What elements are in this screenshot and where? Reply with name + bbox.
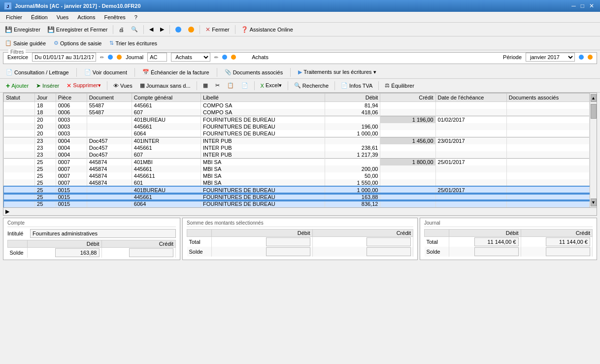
periode-circle2-icon[interactable] — [588, 55, 593, 60]
icon3-button[interactable]: 📋 — [224, 81, 237, 90]
table-row[interactable]: 18000655487445661COMPO SA81,94 — [4, 102, 590, 109]
table-row[interactable]: 250015401BUREAUFOURNITURES DE BUREAU1 00… — [4, 187, 590, 194]
circle-blue-button[interactable] — [172, 25, 184, 34]
voir-document-button[interactable]: 📄 Voir document — [81, 67, 130, 77]
scroll-up-button[interactable]: ▲ — [591, 94, 597, 102]
icon1-button[interactable]: ▦ — [200, 81, 211, 90]
table-row[interactable]: 250007445874601MBI SA1 550,00 — [4, 179, 590, 187]
menu-actions[interactable]: Actions — [73, 13, 99, 21]
grid-icon: ▦ — [140, 82, 145, 89]
table-row[interactable]: 230004Doc457401INTERINTER PUB1 456,0023/… — [4, 137, 590, 145]
solde-debit-input[interactable] — [55, 248, 100, 257]
exercice-circle1-icon[interactable] — [108, 55, 113, 60]
documents-associes-button[interactable]: 📎 Documents associés — [222, 67, 286, 77]
vues-button[interactable]: 👁 Vues — [110, 82, 135, 90]
table-row[interactable]: 2500074458744456611MBI SA50,00 — [4, 172, 590, 179]
exercice-edit-icon[interactable]: ✏ — [100, 55, 104, 60]
menu-fenetres[interactable]: Fenêtres — [100, 13, 129, 21]
trier-ecritures-button[interactable]: ⇅ Trier les écritures — [106, 38, 160, 48]
table-row[interactable]: 230004Doc457607INTER PUB1 217,39 — [4, 151, 590, 159]
somme-title: Somme des montants sélectionnés — [187, 220, 413, 227]
somme-solde-debit-input[interactable] — [266, 247, 310, 256]
icon2-button[interactable]: ✂ — [212, 81, 223, 90]
enregistrer-fermer-button[interactable]: 💾 Enregistrer et Fermer — [44, 25, 111, 34]
scrollbar-track[interactable]: ▲ ▼ — [590, 93, 597, 207]
somme-total-row: Total — [187, 237, 413, 247]
journal-solde-label: Solde — [425, 247, 449, 257]
table-row[interactable]: 200003445661FOURNITURES DE BUREAU196,00 — [4, 123, 590, 130]
journal-circle1-icon[interactable] — [222, 55, 227, 60]
somme-solde-row: Solde — [187, 247, 413, 257]
print-icon: 🖨 — [119, 27, 124, 33]
journal-input[interactable] — [147, 53, 167, 62]
periode-select[interactable]: janvier 2017 — [526, 53, 575, 62]
menu-vues[interactable]: Vues — [53, 13, 73, 21]
table-row[interactable]: 2000036064FOURNITURES DE BUREAU1 000,00 — [4, 130, 590, 137]
supprimer-button[interactable]: ✕ Supprimer▾ — [64, 81, 104, 90]
journal-total-debit-input[interactable] — [474, 237, 519, 246]
col-debit: Débit — [325, 94, 380, 102]
journal-total-credit-input[interactable] — [546, 237, 590, 246]
exercice-circle2-icon[interactable] — [117, 55, 122, 60]
journal-title: Journal — [424, 220, 593, 227]
table-row[interactable]: 230004Doc457445661INTER PUB238,61 — [4, 144, 590, 151]
docs-associes-icon: 📎 — [225, 69, 232, 75]
fermer-button[interactable]: ✕ Fermer — [202, 25, 232, 34]
journal-select[interactable]: Achats — [171, 53, 210, 62]
assistance-button[interactable]: ❓ Assistance Online — [238, 25, 296, 34]
compte-table: Débit Crédit Solde — [7, 240, 176, 258]
col-credit: Crédit — [380, 94, 435, 102]
traitements-button[interactable]: ▶ Traitements sur les écritures ▾ — [295, 67, 379, 77]
compte-solde-row: Solde — [8, 248, 176, 258]
maximize-button[interactable]: □ — [579, 2, 586, 9]
recherche-button[interactable]: 🔍 Recherche — [291, 81, 332, 90]
inserer-button[interactable]: ➤ Insérer — [33, 81, 62, 90]
back-button[interactable]: ◀ — [146, 25, 156, 34]
table-container[interactable]: Statut Jour Pièce Document Compte généra… — [3, 93, 590, 207]
excel-button[interactable]: X Excel▾ — [258, 81, 285, 90]
intitule-input[interactable] — [30, 229, 176, 238]
table-row[interactable]: 200003401BUREAUFOURNITURES DE BUREAU1 19… — [4, 116, 590, 124]
somme-total-credit-input[interactable] — [367, 237, 411, 246]
saisie-guidee-button[interactable]: 📋 Saisie guidée — [2, 38, 49, 48]
journal-circle2-icon[interactable] — [231, 55, 236, 60]
options-saisie-button[interactable]: ⚙ Options de saisie — [51, 38, 104, 48]
forward-button[interactable]: ▶ — [157, 25, 167, 34]
menu-edition[interactable]: Édition — [27, 13, 52, 21]
echeancier-button[interactable]: 📅 Échéancier de la facture — [139, 67, 212, 77]
exercice-input[interactable] — [32, 53, 96, 62]
equilibrer-button[interactable]: ⚖ Équilibrer — [382, 81, 417, 90]
table-row[interactable]: 250015445661FOURNITURES DE BUREAU163,88 — [4, 194, 590, 200]
circle-orange-button[interactable] — [185, 25, 197, 34]
icon4-button[interactable]: 📄 — [238, 81, 251, 90]
table-row[interactable]: 2500156064FOURNITURES DE BUREAU836,12 — [4, 200, 590, 207]
table-row[interactable]: 18000655487607COMPO SA418,06 — [4, 109, 590, 116]
infos-tva-button[interactable]: 📄 Infos TVA — [338, 81, 375, 90]
close-button[interactable]: ✕ — [587, 2, 596, 9]
vues-icon: 👁 — [113, 83, 119, 89]
journal-solde-debit-input[interactable] — [474, 247, 519, 256]
journal-solde-credit-input[interactable] — [546, 247, 590, 256]
scroll-thumb[interactable] — [591, 104, 597, 119]
enregistrer-button[interactable]: 💾 Enregistrer — [2, 25, 43, 34]
table-row[interactable]: 250007445874401MBIMBI SA1 800,0025/01/20… — [4, 159, 590, 166]
scroll-down-button[interactable]: ▼ — [591, 199, 597, 206]
consultation-lettrage-button[interactable]: 📄 Consultation / Lettrage — [3, 67, 72, 77]
journal-edit-icon[interactable]: ✏ — [214, 55, 218, 60]
save-icon: 💾 — [5, 26, 12, 33]
table-nav-left[interactable]: ▶ — [5, 208, 9, 215]
preview-button[interactable]: 🔍 — [128, 25, 141, 34]
ajouter-button[interactable]: + Ajouter — [3, 81, 32, 91]
menu-help[interactable]: ? — [131, 13, 141, 21]
minimize-button[interactable]: ─ — [569, 2, 578, 9]
somme-total-label: Total — [187, 237, 212, 247]
somme-solde-credit-input[interactable] — [367, 247, 411, 256]
action-toolbar: 📄 Consultation / Lettrage 📄 Voir documen… — [0, 66, 600, 79]
print-button[interactable]: 🖨 — [116, 25, 127, 34]
table-row[interactable]: 250007445874445661MBI SA200,00 — [4, 165, 590, 172]
menu-fichier[interactable]: Fichier — [2, 13, 26, 21]
solde-credit-input[interactable] — [129, 248, 173, 257]
somme-total-debit-input[interactable] — [266, 237, 310, 246]
periode-circle1-icon[interactable] — [579, 55, 584, 60]
journaux-button[interactable]: ▦ Journaux sans d... — [137, 81, 194, 90]
